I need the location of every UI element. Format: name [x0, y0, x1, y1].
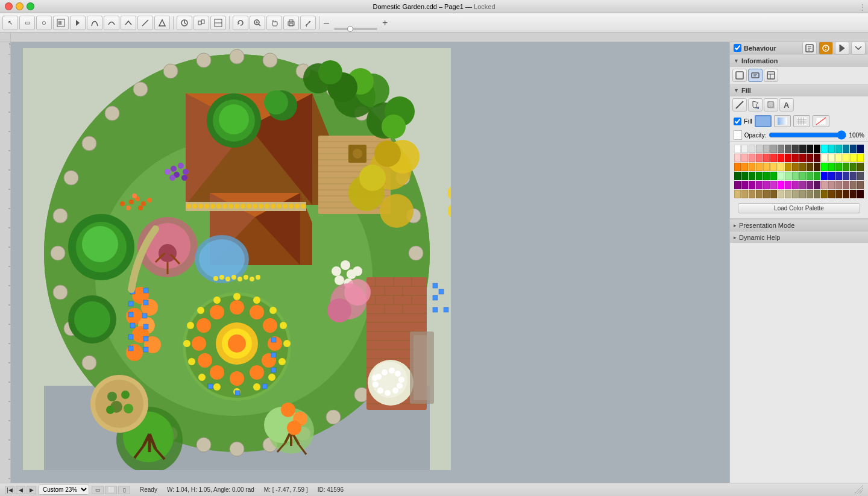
- color-swatch[interactable]: [778, 163, 784, 171]
- color-swatch[interactable]: [785, 172, 791, 180]
- color-swatch[interactable]: [843, 145, 849, 153]
- select-tool[interactable]: ↖: [2, 16, 18, 30]
- color-swatch[interactable]: [770, 145, 777, 153]
- behaviour-header[interactable]: Behaviour: [730, 42, 868, 54]
- color-swatch[interactable]: [741, 163, 748, 171]
- color-swatch[interactable]: [792, 163, 799, 171]
- color-swatch[interactable]: [763, 145, 770, 153]
- zoom-plus[interactable]: +: [381, 17, 389, 28]
- color-swatch[interactable]: [835, 181, 842, 189]
- color-swatch[interactable]: [850, 181, 857, 189]
- load-palette-button[interactable]: Load Color Palette: [738, 203, 860, 213]
- color-swatch[interactable]: [850, 172, 857, 180]
- nav-icon2[interactable]: [819, 42, 833, 55]
- color-swatch[interactable]: [828, 190, 835, 198]
- color-swatch[interactable]: [785, 145, 791, 153]
- color-swatch[interactable]: [792, 181, 799, 189]
- color-swatch[interactable]: [741, 145, 748, 153]
- tool6[interactable]: [87, 16, 102, 30]
- tool10[interactable]: [154, 16, 170, 30]
- color-swatch[interactable]: [785, 190, 791, 198]
- rect-tool[interactable]: ▭: [19, 16, 35, 30]
- color-swatch[interactable]: [763, 172, 770, 180]
- color-swatch[interactable]: [850, 163, 857, 171]
- color-swatch[interactable]: [756, 190, 763, 198]
- tool7[interactable]: [104, 16, 119, 30]
- canvas-area[interactable]: [11, 42, 729, 483]
- color-swatch[interactable]: [850, 190, 857, 198]
- tool5[interactable]: [70, 16, 86, 30]
- fill-checkbox[interactable]: [734, 118, 741, 125]
- color-swatch[interactable]: [741, 154, 748, 162]
- color-swatch[interactable]: [821, 181, 828, 189]
- opacity-slider[interactable]: [769, 131, 846, 139]
- tool12[interactable]: [193, 16, 209, 30]
- color-swatch[interactable]: [843, 172, 849, 180]
- color-swatch[interactable]: [778, 190, 784, 198]
- tool11[interactable]: [177, 16, 192, 30]
- color-swatch[interactable]: [734, 172, 741, 180]
- color-swatch[interactable]: [835, 163, 842, 171]
- color-swatch[interactable]: [814, 172, 820, 180]
- color-swatch[interactable]: [770, 181, 777, 189]
- color-swatch[interactable]: [763, 181, 770, 189]
- text-fill-icon[interactable]: A: [779, 98, 794, 111]
- color-swatch[interactable]: [734, 181, 741, 189]
- tool13[interactable]: [210, 16, 226, 30]
- prev-page-btn[interactable]: ◀: [16, 486, 25, 494]
- color-swatch[interactable]: [814, 190, 820, 198]
- page-size3[interactable]: ▯: [118, 486, 130, 494]
- color-swatch[interactable]: [792, 145, 799, 153]
- color-swatch[interactable]: [799, 172, 806, 180]
- page-size2[interactable]: ⬜: [105, 486, 117, 494]
- color-swatch[interactable]: [749, 145, 755, 153]
- first-page-btn[interactable]: |◀: [5, 486, 14, 494]
- color-swatch[interactable]: [835, 190, 842, 198]
- tool8[interactable]: [121, 16, 136, 30]
- color-swatch[interactable]: [785, 163, 791, 171]
- color-swatch[interactable]: [807, 190, 813, 198]
- color-swatch[interactable]: [785, 181, 791, 189]
- color-swatch[interactable]: [763, 154, 770, 162]
- nav-icon4[interactable]: [851, 42, 866, 55]
- color-swatch[interactable]: [814, 154, 820, 162]
- color-swatch[interactable]: [814, 145, 820, 153]
- nav-icon1[interactable]: [802, 42, 817, 55]
- color-swatch[interactable]: [850, 145, 857, 153]
- zoom-select[interactable]: Custom 23% 25% 50% 100% 150%: [39, 485, 89, 495]
- color-swatch[interactable]: [734, 145, 741, 153]
- ellipse-tool[interactable]: ○: [36, 16, 52, 30]
- color-swatch[interactable]: [770, 172, 777, 180]
- fill-gradient-btn[interactable]: [774, 115, 791, 127]
- info-btn1[interactable]: [732, 69, 747, 82]
- maximize-button[interactable]: [27, 2, 34, 10]
- color-swatch[interactable]: [821, 172, 828, 180]
- close-button[interactable]: [5, 2, 13, 10]
- color-swatch[interactable]: [799, 181, 806, 189]
- information-header[interactable]: ▼ Information: [730, 55, 868, 67]
- color-swatch[interactable]: [756, 181, 763, 189]
- color-swatch[interactable]: [807, 181, 813, 189]
- next-page-btn[interactable]: ▶: [27, 486, 36, 494]
- color-swatch[interactable]: [778, 181, 784, 189]
- color-swatch[interactable]: [778, 154, 784, 162]
- color-swatch[interactable]: [821, 154, 828, 162]
- color-swatch[interactable]: [741, 190, 748, 198]
- color-swatch[interactable]: [857, 190, 864, 198]
- color-swatch[interactable]: [756, 154, 763, 162]
- color-swatch[interactable]: [799, 190, 806, 198]
- color-swatch[interactable]: [821, 145, 828, 153]
- color-swatch[interactable]: [799, 154, 806, 162]
- color-swatch[interactable]: [749, 190, 755, 198]
- color-preview[interactable]: [734, 130, 742, 140]
- fill-none-btn[interactable]: [813, 115, 829, 127]
- behaviour-checkbox[interactable]: [734, 44, 741, 52]
- color-swatch[interactable]: [850, 154, 857, 162]
- color-swatch[interactable]: [792, 154, 799, 162]
- minimize-button[interactable]: [16, 2, 24, 10]
- color-swatch[interactable]: [763, 163, 770, 171]
- color-swatch[interactable]: [828, 145, 835, 153]
- color-swatch[interactable]: [749, 154, 755, 162]
- color-swatch[interactable]: [843, 190, 849, 198]
- color-swatch[interactable]: [857, 172, 864, 180]
